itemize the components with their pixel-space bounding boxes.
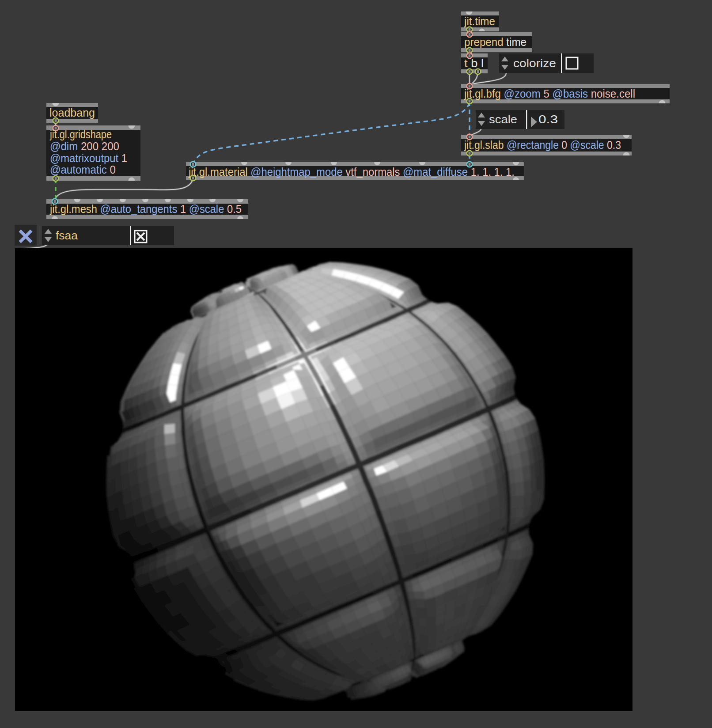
svg-text:jit.gl.mesh @auto_tangents 1 @: jit.gl.mesh @auto_tangents 1 @scale 0.5 — [49, 203, 242, 215]
svg-text:@matrixoutput 1: @matrixoutput 1 — [50, 152, 127, 164]
svg-text:jit.gl.material @heightmap_mod: jit.gl.material @heightmap_mode vtf_norm… — [188, 166, 515, 178]
svg-text:jit.time: jit.time — [464, 15, 495, 27]
svg-text:prepend time: prepend time — [464, 36, 526, 48]
svg-text:t b l: t b l — [464, 57, 484, 69]
svg-text:@automatic 0: @automatic 0 — [50, 163, 116, 176]
svg-text:fsaa: fsaa — [56, 229, 78, 242]
svg-text:jit.gl.gridshape: jit.gl.gridshape — [49, 128, 112, 140]
svg-text:jit.gl.slab @rectangle 0 @scal: jit.gl.slab @rectangle 0 @scale 0.3 — [464, 139, 621, 151]
svg-text:loadbang: loadbang — [49, 106, 95, 119]
svg-text:colorize: colorize — [513, 57, 556, 69]
svg-text:0.3: 0.3 — [538, 113, 558, 125]
svg-text:@dim 200 200: @dim 200 200 — [50, 140, 119, 152]
svg-text:scale: scale — [489, 113, 517, 125]
svg-text:jit.gl.bfg @zoom 5 @basis nois: jit.gl.bfg @zoom 5 @basis noise.cell — [464, 87, 635, 100]
